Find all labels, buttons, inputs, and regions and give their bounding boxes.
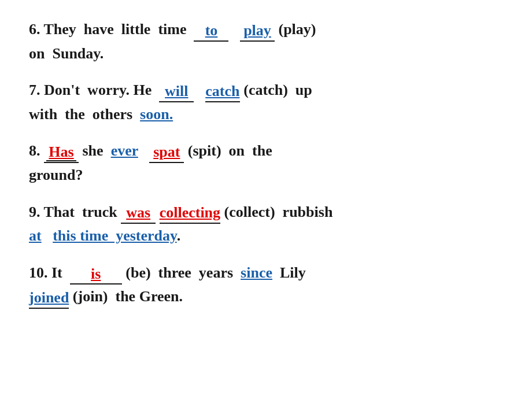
blank-10-2: joined (29, 288, 69, 309)
sentence-9-text: 9. That truck was collecting (collect) r… (29, 204, 332, 245)
sentence-7-text: 7. Don't worry. He will catch (catch) up… (29, 82, 312, 123)
sentence-7: 7. Don't worry. He will catch (catch) up… (29, 78, 503, 126)
worksheet: 6. They have little time to play (play) … (29, 17, 503, 309)
sentence-10-text: 10. It is (be) three years since Lily jo… (29, 264, 306, 305)
blank-8-1: Has (44, 142, 79, 163)
sentence-6-text: 6. They have little time to play (play) … (29, 21, 316, 62)
blank-10-1: is (70, 264, 122, 285)
answer-this-time-yesterday: this time yesterday (53, 227, 176, 244)
sentence-10: 10. It is (be) three years since Lily jo… (29, 261, 503, 309)
blank-6-2: play (240, 21, 275, 42)
sentence-9: 9. That truck was collecting (collect) r… (29, 200, 503, 248)
sentence-8: 8. Has she ever spat (spit) on the groun… (29, 139, 503, 187)
blank-9-2: collecting (160, 203, 220, 224)
sentence-8-text: 8. Has she ever spat (spit) on the groun… (29, 142, 272, 183)
blank-7-1: will (159, 82, 194, 102)
blank-6-1: to (194, 21, 228, 42)
blank-7-2: catch (205, 82, 240, 102)
answer-since: since (241, 264, 272, 281)
blank-8-2: spat (149, 142, 184, 163)
sentence-6: 6. They have little time to play (play) … (29, 17, 503, 65)
answer-ever: ever (111, 142, 138, 159)
answer-soon: soon. (140, 106, 173, 123)
answer-at: at (29, 227, 42, 244)
blank-9-1: was (121, 203, 156, 224)
